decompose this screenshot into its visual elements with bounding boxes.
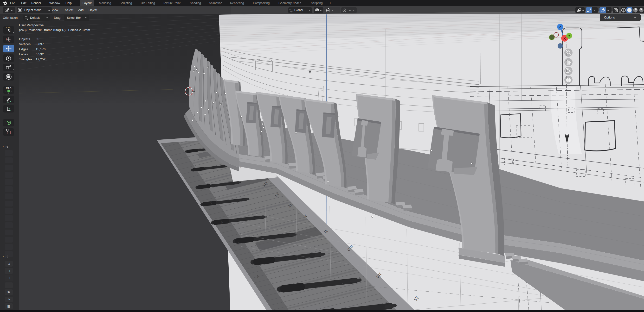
svg-text:Y: Y [568, 34, 570, 38]
svg-text:X: X [564, 36, 566, 40]
svg-text:Z: Z [559, 25, 562, 29]
svg-text:CAD: CAD [6, 87, 12, 90]
